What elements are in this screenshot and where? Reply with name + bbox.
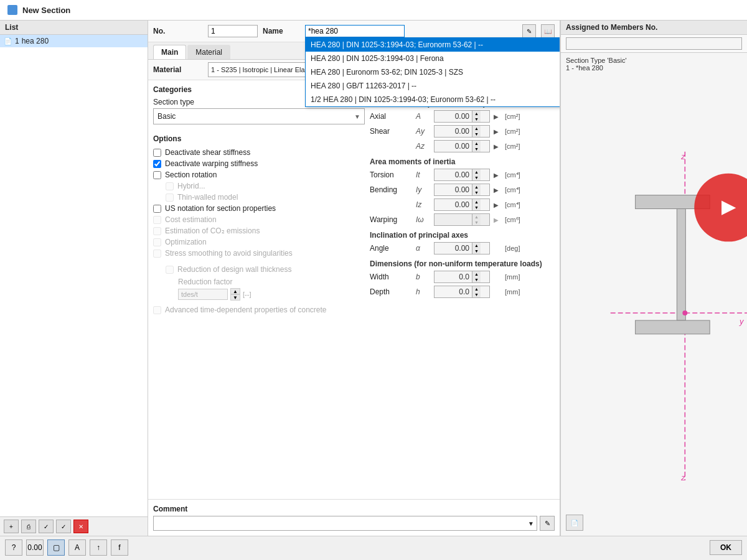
- no-input[interactable]: [208, 25, 258, 37]
- help-button[interactable]: ?: [5, 539, 22, 556]
- comment-select[interactable]: ▼: [153, 516, 537, 531]
- opt-row-1: Deactivate warping stiffness: [153, 158, 365, 169]
- name-input[interactable]: [305, 25, 405, 37]
- opt-label-4: Thin-walled model: [177, 193, 238, 202]
- dropdown-item-3[interactable]: HEA 280 | GB/T 11263-2017 | --: [306, 79, 560, 93]
- prop-axial-up[interactable]: ▲: [472, 111, 481, 116]
- prop-depth-up[interactable]: ▲: [472, 286, 481, 292]
- prop-warping-input: [435, 214, 472, 225]
- render-button[interactable]: ↑: [90, 539, 107, 556]
- left-panel-toolbar: + ⎙ ✓ ✓ ✕: [0, 516, 148, 536]
- tab-material[interactable]: Material: [187, 45, 230, 59]
- delete-button[interactable]: ✕: [73, 520, 88, 533]
- prop-warping-symbol: Iω: [416, 215, 431, 224]
- prop-warping-up: ▲: [472, 214, 481, 220]
- check1-button[interactable]: ✓: [39, 520, 54, 533]
- section-type-arrow: ▼: [354, 113, 360, 120]
- prop-depth-symbol: h: [416, 287, 431, 296]
- view-button[interactable]: ▢: [47, 539, 65, 556]
- right-export-btn[interactable]: 📄: [566, 515, 583, 531]
- prop-angle-down[interactable]: ▼: [472, 248, 481, 254]
- prop-iz-input[interactable]: [435, 199, 472, 210]
- prop-az-unit: [cm²]: [505, 142, 530, 150]
- dropdown-item-4[interactable]: 1/2 HEA 280 | DIN 1025-3:1994-03; Eurono…: [306, 93, 560, 106]
- prop-depth-down[interactable]: ▼: [472, 292, 481, 297]
- prop-warping-unit: [cm⁶]: [505, 216, 530, 224]
- prop-width-up[interactable]: ▲: [472, 271, 481, 277]
- prop-iz-down[interactable]: ▼: [472, 205, 481, 210]
- check2-button[interactable]: ✓: [56, 520, 71, 533]
- ok-button[interactable]: OK: [710, 540, 742, 555]
- opt-check-5[interactable]: [153, 205, 161, 213]
- prop-warping-down: ▼: [472, 220, 481, 225]
- opt-check-9: [153, 250, 161, 258]
- bottom-toolbar: ? 0.00 ▢ A ↑ f OK: [0, 536, 747, 558]
- prop-shear-input[interactable]: [435, 126, 472, 137]
- prop-az-arrow[interactable]: ▶: [494, 143, 502, 150]
- dropdown-item-2[interactable]: HEA 280 | Euronorm 53-62; DIN 1025-3 | S…: [306, 65, 560, 79]
- prop-az-up[interactable]: ▲: [472, 141, 481, 146]
- text-button[interactable]: A: [68, 539, 86, 556]
- prop-az-row: Az ▲ ▼ ▶ [cm²]: [370, 140, 555, 152]
- opt-check-0[interactable]: [153, 149, 161, 157]
- opt-check-1[interactable]: [153, 160, 161, 168]
- prop-width-down[interactable]: ▼: [472, 277, 481, 282]
- dropdown-item-0[interactable]: HEA 280 | DIN 1025-3:1994-03; Euronorm 5…: [306, 38, 560, 52]
- prop-axial-input-wrap: ▲ ▼: [434, 110, 490, 123]
- prop-torsion-input[interactable]: [435, 169, 472, 180]
- prop-iz-up[interactable]: ▲: [472, 199, 481, 205]
- prop-torsion-arrow[interactable]: ▶: [494, 172, 502, 179]
- prop-bending-arrow[interactable]: ▶: [494, 187, 502, 194]
- opt-row-7: Estimation of CO₂ emissions: [153, 225, 365, 236]
- tab-main[interactable]: Main: [153, 45, 186, 59]
- svg-rect-5: [636, 320, 710, 334]
- prop-shear-arrow[interactable]: ▶: [494, 128, 502, 135]
- options-title: Options: [153, 134, 365, 143]
- prop-shear-label: Shear: [370, 127, 413, 136]
- numeric-button[interactable]: 0.00: [26, 539, 44, 556]
- section-type-value: Basic: [157, 112, 176, 121]
- prop-torsion-unit: [cm⁴]: [505, 171, 530, 179]
- prop-az-input[interactable]: [435, 141, 472, 152]
- reduction-spin-up: ▲: [230, 288, 240, 294]
- assigned-input-area: [561, 35, 747, 53]
- list-item[interactable]: 📄 1 hea 280: [0, 35, 148, 47]
- prop-bending-input[interactable]: [435, 184, 472, 195]
- prop-shear-up[interactable]: ▲: [472, 126, 481, 131]
- list-header: List: [0, 21, 148, 35]
- prop-angle-up[interactable]: ▲: [472, 243, 481, 248]
- right-content: Section Type 'Basic' 1 - *hea 280: [561, 53, 747, 536]
- material-label: Material: [153, 65, 203, 74]
- prop-torsion-down[interactable]: ▼: [472, 175, 481, 180]
- copy-button[interactable]: ⎙: [21, 520, 36, 533]
- name-book-btn[interactable]: 📖: [541, 24, 555, 38]
- prop-axial-input[interactable]: [435, 111, 472, 122]
- opt-row-8: Optimization: [153, 236, 365, 248]
- opt-check-2[interactable]: [153, 171, 161, 179]
- prop-bending-up[interactable]: ▲: [472, 184, 481, 190]
- prop-az-down[interactable]: ▼: [472, 146, 481, 152]
- prop-axial-down[interactable]: ▼: [472, 116, 481, 122]
- prop-bending-label: Bending: [370, 185, 413, 194]
- comment-arrow: ▼: [528, 520, 534, 527]
- prop-torsion-up[interactable]: ▲: [472, 169, 481, 175]
- section-type-select[interactable]: Basic ▼: [153, 108, 365, 124]
- prop-iz-arrow[interactable]: ▶: [494, 202, 502, 208]
- name-edit-btn[interactable]: ✎: [522, 24, 536, 38]
- dropdown-item-1[interactable]: HEA 280 | DIN 1025-3:1994-03 | Ferona: [306, 52, 560, 65]
- prop-bending-row: Bending Iy ▲ ▼ ▶ [cm⁴]: [370, 184, 555, 196]
- prop-bending-down[interactable]: ▼: [472, 190, 481, 195]
- opt-label-3: Hybrid...: [177, 182, 205, 190]
- prop-angle-input[interactable]: [435, 243, 472, 254]
- prop-depth-input[interactable]: [435, 286, 472, 297]
- opt-label-9: Stress smoothing to avoid singularities: [165, 249, 293, 258]
- prop-width-input[interactable]: [435, 271, 472, 282]
- comment-edit-btn[interactable]: ✎: [540, 516, 555, 531]
- prop-axial-arrow[interactable]: ▶: [494, 113, 502, 120]
- assigned-input[interactable]: [566, 37, 742, 50]
- function-button[interactable]: f: [111, 539, 128, 556]
- opt-check-7: [153, 227, 161, 235]
- add-button[interactable]: +: [4, 520, 19, 533]
- prop-axial-unit: [cm²]: [505, 113, 530, 120]
- prop-shear-down[interactable]: ▼: [472, 131, 481, 137]
